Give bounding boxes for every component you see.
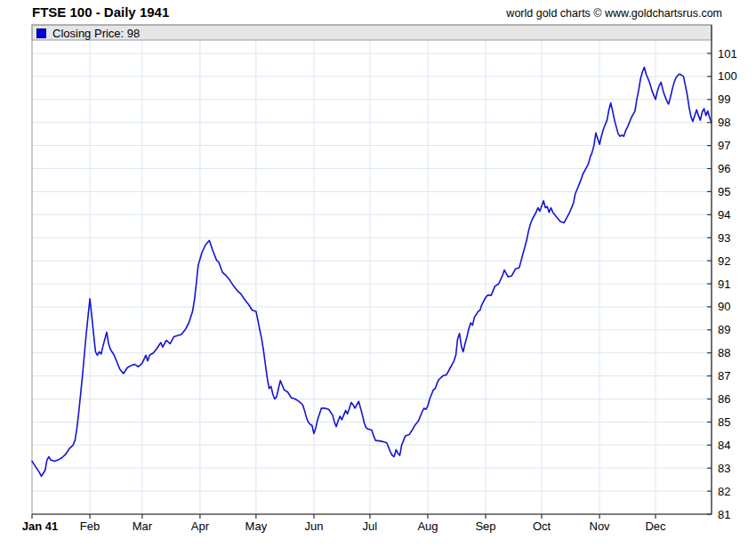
y-axis-label: 84 xyxy=(718,439,730,452)
x-axis-label: Sep xyxy=(475,520,495,533)
y-axis-label: 82 xyxy=(718,485,730,498)
y-axis-label: 95 xyxy=(718,185,730,198)
x-axis-label: Aug xyxy=(417,520,438,533)
x-axis-label: Apr xyxy=(191,520,210,533)
y-axis-label: 91 xyxy=(718,278,730,291)
x-axis-label: Feb xyxy=(80,520,100,533)
x-axis-label: Mar xyxy=(133,520,153,533)
x-axis-label: Jun xyxy=(304,520,323,533)
x-axis-label: May xyxy=(245,520,268,533)
y-axis-label: 83 xyxy=(718,462,730,475)
y-axis-label: 85 xyxy=(718,415,730,429)
x-axis-label: Jan 41 xyxy=(22,520,58,533)
y-axis-label: 87 xyxy=(718,369,730,383)
y-axis-label: 101 xyxy=(718,47,737,60)
x-axis-label: Jul xyxy=(363,520,378,533)
y-axis-label: 100 xyxy=(718,69,737,83)
y-axis-label: 96 xyxy=(718,162,730,175)
chart-credit: world gold charts © www.goldchartsrus.co… xyxy=(506,7,722,20)
legend-swatch-icon xyxy=(36,28,46,38)
y-axis-label: 93 xyxy=(718,231,730,245)
y-axis-label: 89 xyxy=(718,323,730,336)
plot-area xyxy=(32,25,712,514)
y-axis-label: 98 xyxy=(718,116,730,129)
x-axis-label: Nov xyxy=(590,520,611,533)
y-axis-label: 99 xyxy=(718,93,730,106)
price-chart: 8182838485868788899091929394959697989910… xyxy=(0,0,756,548)
legend-label: Closing Price: 98 xyxy=(52,27,140,40)
chart-page: 8182838485868788899091929394959697989910… xyxy=(0,0,756,548)
y-axis-label: 90 xyxy=(718,300,730,313)
x-axis-labels: Jan 41FebMarAprMayJunJulAugSepOctNovDec xyxy=(22,514,666,533)
y-axis-label: 97 xyxy=(718,139,730,152)
y-axis-label: 94 xyxy=(718,208,730,222)
y-axis-label: 81 xyxy=(718,508,730,521)
legend: Closing Price: 98 xyxy=(36,27,140,39)
x-axis-label: Oct xyxy=(533,520,551,533)
y-axis-label: 88 xyxy=(718,346,730,359)
x-axis-label: Dec xyxy=(645,520,666,533)
y-axis-label: 86 xyxy=(718,392,730,406)
y-axis-label: 92 xyxy=(718,254,730,268)
page-title: FTSE 100 - Daily 1941 xyxy=(32,4,169,20)
